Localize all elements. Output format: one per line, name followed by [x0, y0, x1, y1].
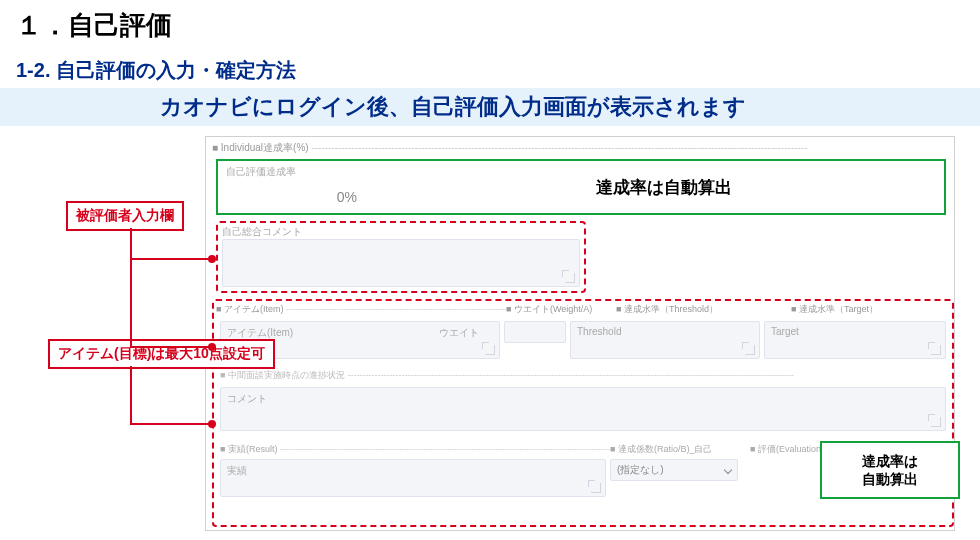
hdr-threshold-label: ■ 達成水準（Threshold）	[616, 304, 718, 314]
comment-placeholder: コメント	[227, 392, 267, 406]
auto-rate-note: 達成率は自動算出	[383, 161, 944, 213]
threshold-textarea[interactable]: Threshold	[570, 321, 760, 359]
form-panel: ■ Individual達成率(%) ---------------------…	[205, 136, 955, 531]
connector-dot	[208, 255, 216, 263]
chevron-down-icon	[724, 466, 732, 474]
self-comment-label: 自己総合コメント	[222, 225, 302, 239]
self-comment-textarea[interactable]	[222, 239, 580, 287]
hdr-weight-label: ■ ウエイト(Weight/A)	[506, 304, 592, 314]
item-input-row: アイテム(Item) ウエイト Threshold Target	[220, 321, 946, 361]
expand-icon	[931, 417, 941, 427]
mid-progress-header: ■ 中間面談実施時点の進捗状況 ------------------------…	[220, 369, 946, 382]
target-textarea[interactable]: Target	[764, 321, 946, 359]
hdr-target-label: ■ 達成水準（Target）	[791, 304, 878, 314]
result-textarea[interactable]: 実績	[220, 459, 606, 497]
page-title: １．自己評価	[0, 0, 980, 43]
hdr-item-label: ■ アイテム(Item)	[216, 304, 283, 314]
connector-dot	[208, 343, 216, 351]
connector-line	[130, 366, 132, 423]
item-row-headers: ■ アイテム(Item) ---------------------------…	[216, 303, 946, 317]
section-header-individual: ■ Individual達成率(%) ---------------------…	[206, 137, 954, 155]
connector-line	[130, 258, 212, 260]
callout-evaluee-input: 被評価者入力欄	[66, 201, 184, 231]
dash-fill: ----------------------------------------…	[309, 142, 808, 153]
page-subtitle: 1-2. 自己評価の入力・確定方法	[0, 43, 980, 88]
connector-line	[130, 423, 212, 425]
hdr-result-label: ■ 実績(Result)	[220, 444, 277, 454]
hdr-ratio-label: ■ 達成係数(Ratio/B)_自己	[610, 443, 750, 456]
expand-icon	[565, 273, 575, 283]
expand-icon	[485, 345, 495, 355]
auto-rate-value: 0%	[226, 189, 375, 209]
connector-dot	[208, 420, 216, 428]
connector-line	[130, 258, 132, 346]
section-header-label: ■ Individual達成率(%)	[212, 142, 309, 153]
threshold-placeholder: Threshold	[577, 326, 621, 337]
info-banner: カオナビにログイン後、自己評価入力画面が表示されます	[0, 88, 980, 126]
expand-icon	[931, 345, 941, 355]
ratio-select[interactable]: (指定なし)	[610, 459, 738, 481]
target-placeholder: Target	[771, 326, 799, 337]
weight-inline-label: ウエイト	[439, 326, 479, 340]
expand-icon	[745, 345, 755, 355]
item-placeholder: アイテム(Item)	[227, 326, 293, 340]
weight-input[interactable]	[504, 321, 566, 343]
auto-rate-note-2: 達成率は 自動算出	[862, 452, 918, 488]
expand-icon	[591, 483, 601, 493]
result-placeholder: 実績	[227, 464, 247, 478]
connector-line	[130, 228, 132, 258]
ratio-select-value: (指定なし)	[617, 464, 664, 475]
auto-rate-box: 自己評価達成率 0% 達成率は自動算出	[216, 159, 946, 215]
callout-item-max: アイテム(目標)は最大10点設定可	[48, 339, 275, 369]
auto-rate-field-label: 自己評価達成率	[226, 165, 375, 179]
auto-rate-box-2: 達成率は 自動算出	[820, 441, 960, 499]
connector-line	[130, 346, 212, 348]
comment-textarea[interactable]: コメント	[220, 387, 946, 431]
